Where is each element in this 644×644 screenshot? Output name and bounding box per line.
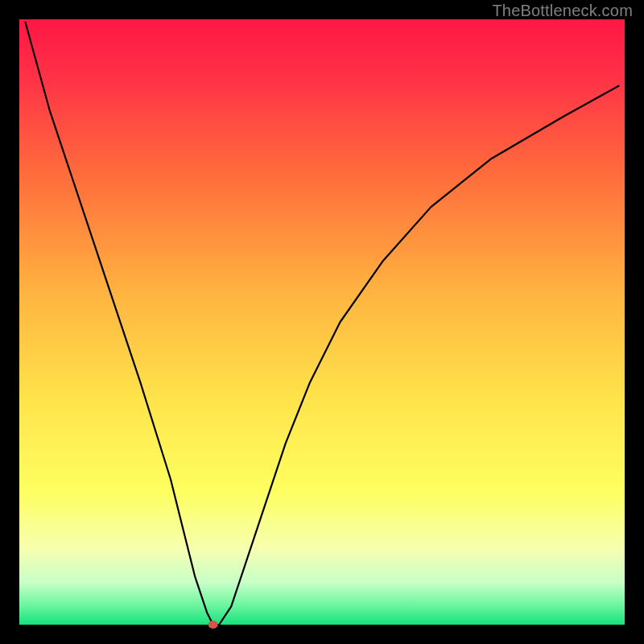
bottleneck-chart [0,0,644,644]
chart-container: TheBottleneck.com [0,0,644,644]
min-marker [208,621,218,629]
plot-background [19,19,625,625]
watermark-label: TheBottleneck.com [492,2,633,20]
